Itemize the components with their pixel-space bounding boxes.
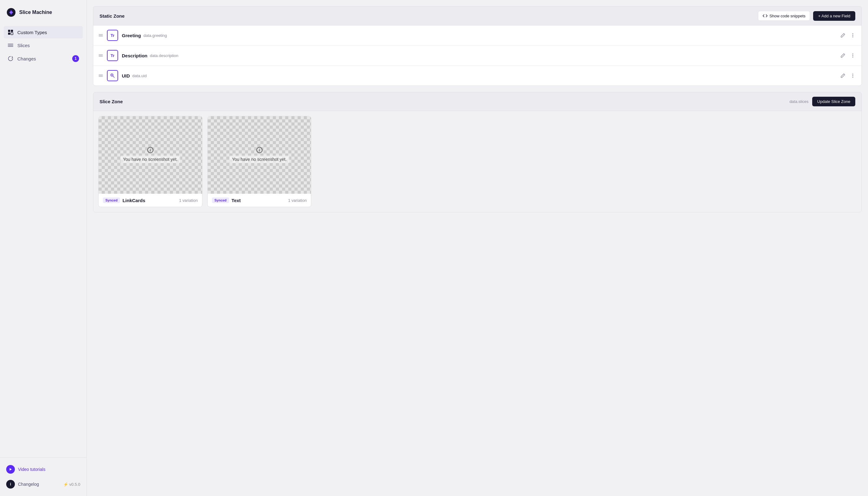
sidebar: Slice Machine Custom Types [0, 0, 87, 496]
slice-card-linkcards[interactable]: i You have no screenshot yet. Synced Lin… [98, 116, 202, 207]
slice-card-name: Text [232, 198, 241, 203]
static-zone-header: Static Zone Show code snippets + Add a n… [93, 6, 862, 25]
version-label: ⚡ v0.5.0 [63, 482, 80, 487]
sidebar-nav: Custom Types Slices Changes 1 [0, 24, 87, 457]
static-zone-title: Static Zone [99, 13, 125, 19]
show-code-snippets-button[interactable]: Show code snippets [758, 11, 810, 21]
field-row-uid: UID data.uid [93, 66, 862, 86]
static-zone-actions: Show code snippets + Add a new Field [758, 11, 855, 21]
sidebar-item-slices[interactable]: Slices [4, 39, 83, 51]
custom-types-icon [7, 29, 14, 35]
synced-badge: Synced [103, 198, 120, 203]
field-row-greeting: Tr Greeting data.greeting [93, 26, 862, 46]
logo-area: Slice Machine [0, 0, 87, 24]
edit-field-button[interactable] [839, 32, 847, 39]
slices-icon [7, 42, 14, 48]
field-row-description: Tr Description data.description [93, 46, 862, 66]
field-actions-uid [839, 72, 856, 79]
sidebar-item-label: Custom Types [17, 30, 47, 35]
sidebar-item-changes[interactable]: Changes 1 [4, 52, 83, 65]
field-actions-greeting [839, 32, 856, 39]
slice-card-footer: Synced LinkCards 1 variation [98, 194, 202, 207]
drag-handle[interactable] [98, 53, 103, 58]
slices-grid: i You have no screenshot yet. Synced Lin… [93, 111, 862, 212]
field-info-description: Description data.description [122, 53, 835, 58]
checkerboard-bg: i You have no screenshot yet. [98, 116, 202, 194]
more-options-button[interactable] [849, 72, 856, 79]
slice-zone-wrapper: Slice Zone data.slices Update Slice Zone… [93, 92, 862, 212]
sidebar-item-custom-types[interactable]: Custom Types [4, 26, 83, 38]
sidebar-item-label: Changes [17, 56, 36, 61]
field-type-icon-text: Tr [107, 50, 118, 61]
svg-point-26 [852, 75, 853, 76]
slice-card-text[interactable]: i You have no screenshot yet. Synced Tex… [207, 116, 312, 207]
svg-point-11 [852, 33, 853, 34]
video-tutorials-label: Video tutorials [18, 467, 45, 472]
variation-count: 1 variation [288, 198, 307, 203]
svg-point-25 [852, 74, 853, 75]
info-icon: i [147, 147, 153, 153]
slice-zone-title: Slice Zone [99, 99, 123, 104]
field-type-icon-text: Tr [107, 30, 118, 41]
slice-zone-header: Slice Zone data.slices Update Slice Zone [93, 92, 862, 111]
slice-card-info: Synced Text [212, 198, 241, 203]
slice-key-label: data.slices [790, 99, 808, 104]
update-slice-zone-button[interactable]: Update Slice Zone [812, 97, 855, 106]
slice-preview: i You have no screenshot yet. [208, 116, 311, 194]
app-name: Slice Machine [19, 10, 52, 15]
svg-point-18 [852, 55, 853, 56]
add-new-field-button[interactable]: + Add a new Field [813, 11, 855, 21]
sidebar-item-label: Slices [17, 43, 30, 48]
changelog-label: Changelog [18, 482, 39, 487]
changelog-item[interactable]: i Changelog ⚡ v0.5.0 [6, 477, 80, 491]
no-screenshot-text: You have no screenshot yet. [121, 156, 180, 163]
changes-icon [7, 56, 14, 62]
checkerboard-bg: i You have no screenshot yet. [208, 116, 311, 194]
svg-rect-4 [11, 33, 13, 35]
svg-rect-2 [11, 30, 13, 32]
slice-zone-meta: data.slices Update Slice Zone [790, 97, 855, 106]
edit-field-button[interactable] [839, 52, 847, 59]
field-info-uid: UID data.uid [122, 73, 835, 78]
play-icon [6, 465, 15, 474]
main-content: Static Zone Show code snippets + Add a n… [87, 0, 868, 496]
slice-card-name: LinkCards [122, 198, 145, 203]
slice-preview: i You have no screenshot yet. [98, 116, 202, 194]
svg-rect-1 [8, 30, 10, 32]
slice-card-info: Synced LinkCards [103, 198, 145, 203]
svg-rect-3 [8, 33, 10, 35]
drag-handle[interactable] [98, 33, 103, 38]
edit-field-button[interactable] [839, 72, 847, 79]
svg-point-27 [852, 77, 853, 78]
changes-badge: 1 [72, 55, 79, 62]
more-options-button[interactable] [849, 32, 856, 39]
slice-card-footer: Synced Text 1 variation [208, 194, 311, 207]
info-icon: i [6, 480, 15, 489]
svg-point-12 [852, 35, 853, 36]
variation-count: 1 variation [179, 198, 198, 203]
code-icon [763, 13, 768, 18]
more-options-button[interactable] [849, 52, 856, 59]
drag-handle[interactable] [98, 73, 103, 78]
video-tutorials-link[interactable]: Video tutorials [6, 463, 80, 476]
slice-machine-logo-icon [6, 7, 16, 17]
field-info-greeting: Greeting data.greeting [122, 33, 835, 38]
svg-point-13 [852, 36, 853, 37]
no-screenshot-text: You have no screenshot yet. [229, 156, 289, 163]
field-actions-description [839, 52, 856, 59]
field-type-icon-uid [107, 70, 118, 81]
synced-badge: Synced [212, 198, 229, 203]
sidebar-bottom: Video tutorials i Changelog ⚡ v0.5.0 [0, 457, 87, 496]
svg-point-19 [852, 57, 853, 58]
fields-container: Tr Greeting data.greeting [93, 25, 862, 86]
svg-point-24 [112, 75, 112, 76]
info-icon: i [257, 147, 263, 153]
svg-point-17 [852, 53, 853, 55]
